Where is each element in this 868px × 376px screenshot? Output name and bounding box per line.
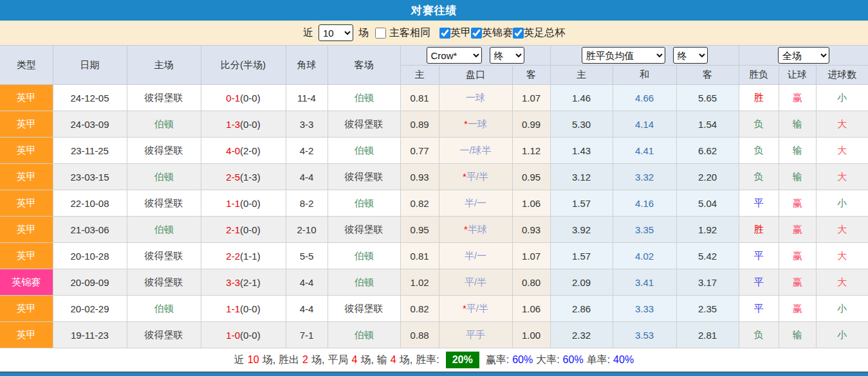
goals-text: 大 — [837, 145, 847, 156]
type-badge-cell: 英甲 — [0, 322, 53, 348]
mean-group-header: 胜平负均值 终 — [550, 46, 739, 66]
handicap-name: 平/半 — [466, 171, 488, 182]
result-text: 平 — [754, 250, 764, 261]
home-team-cell: 彼得堡联 — [127, 138, 201, 164]
corners-cell: 8-2 — [286, 190, 328, 217]
subcol-mean-away: 客 — [676, 66, 739, 85]
fulltime-score: 3-3 — [226, 277, 240, 288]
mean-type-select[interactable]: 胜平负均值 — [582, 47, 665, 64]
date-cell: 19-11-23 — [53, 322, 127, 348]
away-team-cell: 伯顿 — [328, 85, 400, 111]
home-team-name: 伯顿 — [154, 224, 174, 235]
away-team-cell: 伯顿 — [328, 190, 400, 217]
away-team-cell: 伯顿 — [328, 243, 400, 269]
mean-home-cell: 2.09 — [550, 269, 613, 296]
score-cell: 1-1(0-0) — [201, 296, 286, 322]
same-venue-checkbox[interactable] — [375, 28, 386, 39]
handicap-cell: 半/一 — [439, 190, 512, 217]
league-filter-yingjia: 英甲 — [439, 26, 471, 40]
handicap-name: 半/一 — [465, 197, 486, 208]
mean-home-cell: 1.57 — [550, 190, 613, 217]
corners-cell: 2-10 — [286, 217, 328, 243]
result-cell: 负 — [739, 111, 779, 138]
home-team-name: 彼得堡联 — [145, 276, 183, 287]
mean-draw-cell: 4.41 — [613, 138, 676, 164]
mean-away-cell: 5.65 — [676, 85, 739, 111]
subcol-odds-away: 客 — [512, 66, 550, 85]
date-cell: 24-03-09 — [53, 111, 127, 138]
table-row: 英甲 20-02-29 伯顿 1-1(0-0) 4-4 彼得堡联 0.82 *平… — [0, 296, 868, 322]
away-odds-cell: 1.07 — [512, 85, 550, 111]
score-cell: 1-3(0-0) — [201, 111, 286, 138]
score-cell: 1-0(0-0) — [201, 322, 286, 348]
result-cell: 负 — [739, 138, 779, 164]
home-odds-cell: 0.81 — [400, 85, 439, 111]
corners-cell: 11-4 — [286, 85, 328, 111]
col-header-score: 比分(半场) — [201, 46, 286, 85]
bottom-divider-bar — [0, 372, 868, 376]
col-header-date: 日期 — [53, 46, 127, 85]
date-cell: 23-03-15 — [53, 164, 127, 190]
mean-draw-cell: 3.32 — [613, 164, 676, 190]
result-cell: 平 — [739, 243, 779, 269]
handicap-result-text: 赢 — [793, 224, 802, 235]
summary-lose-label: 输 — [377, 354, 387, 367]
halftime-score: (1-1) — [240, 251, 261, 262]
result-text: 胜 — [754, 224, 764, 235]
handicap-cell: 一/球半 — [439, 138, 512, 164]
scope-select[interactable]: 全场 — [778, 47, 829, 64]
result-cell: 平 — [739, 296, 779, 322]
odds-group-header: Crow* 终 — [400, 46, 550, 66]
score-cell: 1-1(0-0) — [201, 190, 286, 217]
subcol-mean-home: 主 — [550, 66, 613, 85]
halftime-score: (0-0) — [240, 93, 261, 103]
page-title: 对赛往绩 — [0, 0, 868, 21]
handicap-cell: 平手 — [439, 322, 512, 348]
away-team-cell: 彼得堡联 — [328, 111, 400, 138]
handicap-result-text: 输 — [793, 329, 802, 340]
handicap-name: 平/半 — [466, 303, 488, 314]
type-badge-cell: 英甲 — [0, 217, 53, 243]
mean-away-cell: 2.20 — [676, 164, 739, 190]
mean-stage-select[interactable]: 终 — [673, 47, 708, 64]
filter-bar: 近 10 场 主客相同 英甲 英锦赛 英足总杯 — [0, 21, 868, 45]
away-team-name: 伯顿 — [355, 145, 374, 156]
win-rate-badge: 20% — [446, 352, 479, 368]
summary-handicap-rate-value: 60% — [512, 354, 533, 366]
away-team-cell: 彼得堡联 — [328, 164, 400, 190]
mean-home-cell: 2.32 — [550, 322, 613, 348]
date-cell: 23-11-25 — [53, 138, 127, 164]
type-badge-cell: 英甲 — [0, 85, 53, 111]
away-team-name: 伯顿 — [355, 329, 374, 340]
recent-count-select[interactable]: 10 — [319, 24, 353, 41]
summary-draw-value: 4 — [351, 354, 357, 366]
corners-cell: 5-5 — [286, 243, 328, 269]
table-row: 英甲 24-12-05 彼得堡联 0-1(0-0) 11-4 伯顿 0.81 一… — [0, 85, 868, 111]
away-odds-cell: 1.12 — [512, 138, 550, 164]
home-odds-cell: 0.93 — [400, 164, 439, 190]
league-checkbox-yingjinsai[interactable] — [471, 28, 482, 39]
score-cell: 4-0(2-0) — [201, 138, 286, 164]
league-label-yingjinsai: 英锦赛 — [482, 26, 513, 40]
halftime-score: (0-0) — [240, 303, 261, 314]
odds-stage-select[interactable]: 终 — [490, 47, 524, 64]
home-team-name: 彼得堡联 — [145, 145, 183, 156]
league-checkbox-yingzuzongbei[interactable] — [513, 28, 524, 39]
mean-home-cell: 2.86 — [550, 296, 613, 322]
home-odds-cell: 0.77 — [400, 138, 439, 164]
type-badge-cell: 英甲 — [0, 111, 53, 138]
handicap-cell: 平/半 — [439, 269, 512, 296]
away-team-name: 伯顿 — [355, 250, 374, 261]
halftime-score: (2-0) — [240, 145, 261, 156]
table-row: 英甲 20-10-28 彼得堡联 2-2(1-1) 5-5 伯顿 0.81 半/… — [0, 243, 868, 269]
fulltime-score: 0-1 — [226, 93, 240, 103]
games-label: 场 — [358, 26, 369, 40]
result-cell: 负 — [739, 322, 779, 348]
corners-cell: 4-4 — [286, 164, 328, 190]
odds-company-select[interactable]: Crow* — [427, 47, 482, 64]
same-venue-label: 主客相同 — [389, 26, 430, 40]
goals-text: 大 — [837, 224, 847, 235]
home-team-name: 伯顿 — [154, 171, 174, 182]
league-checkbox-yingjia[interactable] — [439, 28, 450, 39]
col-header-type: 类型 — [0, 46, 53, 85]
